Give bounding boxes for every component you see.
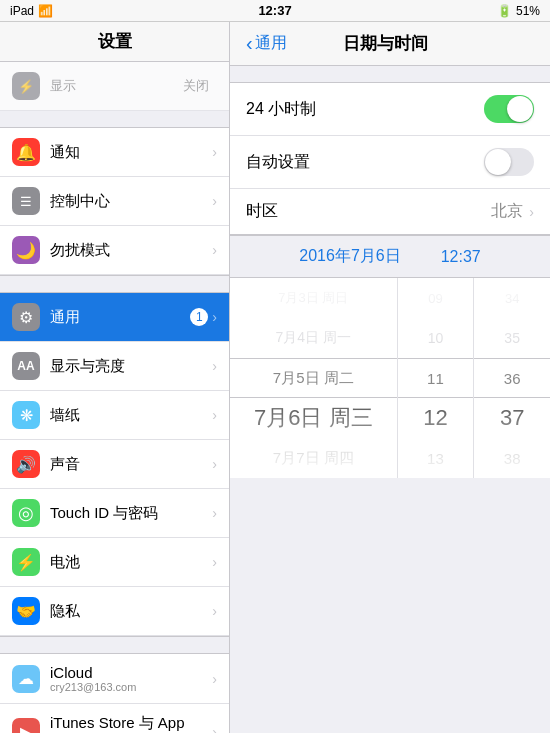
touchid-label: Touch ID 与密码 bbox=[50, 504, 212, 523]
wallpaper-label: 墙纸 bbox=[50, 406, 212, 425]
sidebar-section-1: 🔔 通知 › ☰ 控制中心 › 🌙 勿扰模式 › bbox=[0, 127, 229, 276]
privacy-icon: 🤝 bbox=[12, 597, 40, 625]
section-gap-2 bbox=[0, 276, 229, 292]
sidebar-item-itunes[interactable]: ▶ iTunes Store 与 App Store › bbox=[0, 704, 229, 733]
sidebar-item-privacy[interactable]: 🤝 隐私 › bbox=[0, 587, 229, 636]
itunes-label: iTunes Store 与 App Store bbox=[50, 714, 212, 733]
settings-group-main: 24 小时制 自动设置 时区 北京 › bbox=[230, 82, 550, 235]
toggle-24h[interactable] bbox=[484, 95, 534, 123]
row-auto[interactable]: 自动设置 bbox=[230, 136, 550, 189]
section-gap-3 bbox=[0, 637, 229, 653]
display-icon: AA bbox=[12, 352, 40, 380]
control-center-icon: ☰ bbox=[12, 187, 40, 215]
hour-item-1: 10 bbox=[398, 318, 474, 358]
status-right: 🔋 51% bbox=[497, 4, 540, 18]
battery-icon-sidebar: ⚡ bbox=[12, 548, 40, 576]
general-badge: 1 bbox=[190, 308, 208, 326]
sidebar-item-display[interactable]: AA 显示与亮度 › bbox=[0, 342, 229, 391]
battery-icon: 🔋 bbox=[497, 4, 512, 18]
date-item-2: 7月5日 周二 bbox=[230, 358, 397, 398]
sidebar-item-partial[interactable]: ⚡ 显示 关闭 bbox=[0, 62, 229, 111]
sidebar-item-battery[interactable]: ⚡ 电池 › bbox=[0, 538, 229, 587]
datetime-display: 2016年7月6日 12:37 bbox=[230, 235, 550, 278]
min-item-4: 38 bbox=[474, 438, 550, 478]
toggle-24h-knob bbox=[507, 96, 533, 122]
min-item-0: 34 bbox=[474, 278, 550, 318]
itunes-chevron: › bbox=[212, 724, 217, 733]
picker-minute-column[interactable]: 34 35 36 37 38 39 40 bbox=[474, 278, 550, 478]
sidebar-item-general[interactable]: ⚙ 通用 1 › bbox=[0, 293, 229, 342]
icloud-label: iCloud bbox=[50, 664, 212, 681]
date-item-1: 7月4日 周一 bbox=[230, 318, 397, 358]
sidebar-item-sounds[interactable]: 🔊 声音 › bbox=[0, 440, 229, 489]
back-label[interactable]: 通用 bbox=[255, 33, 287, 54]
sidebar-item-wallpaper[interactable]: ❋ 墙纸 › bbox=[0, 391, 229, 440]
dnd-chevron: › bbox=[212, 242, 217, 258]
hour-item-selected: 12 bbox=[398, 398, 474, 438]
display-label: 显示与亮度 bbox=[50, 357, 212, 376]
general-icon: ⚙ bbox=[12, 303, 40, 331]
notification-icon: 🔔 bbox=[12, 138, 40, 166]
hour-item-2: 11 bbox=[398, 358, 474, 398]
toggle-auto[interactable] bbox=[484, 148, 534, 176]
back-button[interactable]: ‹ 通用 bbox=[246, 32, 287, 55]
sidebar-item-notification[interactable]: 🔔 通知 › bbox=[0, 128, 229, 177]
sidebar-item-touchid[interactable]: ◎ Touch ID 与密码 › bbox=[0, 489, 229, 538]
dnd-icon: 🌙 bbox=[12, 236, 40, 264]
partial-icon: ⚡ bbox=[12, 72, 40, 100]
row-24h-label: 24 小时制 bbox=[246, 99, 484, 120]
battery-chevron: › bbox=[212, 554, 217, 570]
picker-container[interactable]: 7月3日 周日 7月4日 周一 7月5日 周二 7月6日 周三 7月7日 周四 … bbox=[230, 278, 550, 478]
row-24h[interactable]: 24 小时制 bbox=[230, 83, 550, 136]
touchid-chevron: › bbox=[212, 505, 217, 521]
wifi-icon: 📶 bbox=[38, 4, 53, 18]
section-gap-1 bbox=[0, 111, 229, 127]
status-left: iPad 📶 bbox=[10, 4, 53, 18]
control-center-label: 控制中心 bbox=[50, 192, 212, 211]
carrier-label: iPad bbox=[10, 4, 34, 18]
privacy-chevron: › bbox=[212, 603, 217, 619]
sidebar-item-icloud[interactable]: ☁ iCloud cry213@163.com › bbox=[0, 654, 229, 704]
row-timezone[interactable]: 时区 北京 › bbox=[230, 189, 550, 234]
row-timezone-label: 时区 bbox=[246, 201, 491, 222]
sounds-label: 声音 bbox=[50, 455, 212, 474]
min-item-1: 35 bbox=[474, 318, 550, 358]
partial-label: 显示 bbox=[50, 77, 183, 95]
notification-chevron: › bbox=[212, 144, 217, 160]
back-chevron: ‹ bbox=[246, 32, 253, 55]
timezone-chevron: › bbox=[529, 204, 534, 220]
panel-title: 日期与时间 bbox=[287, 32, 484, 55]
sidebar-title: 设置 bbox=[0, 22, 229, 62]
icloud-text-container: iCloud cry213@163.com bbox=[50, 664, 212, 693]
general-chevron: › bbox=[212, 309, 217, 325]
privacy-label: 隐私 bbox=[50, 602, 212, 621]
sidebar-item-dnd[interactable]: 🌙 勿扰模式 › bbox=[0, 226, 229, 275]
sounds-chevron: › bbox=[212, 456, 217, 472]
picker-hour-column[interactable]: 09 10 11 12 13 14 15 bbox=[398, 278, 474, 478]
panel-header: ‹ 通用 日期与时间 bbox=[230, 22, 550, 66]
icloud-chevron: › bbox=[212, 671, 217, 687]
status-time: 12:37 bbox=[258, 3, 291, 18]
datetime-date: 2016年7月6日 bbox=[299, 246, 400, 267]
icloud-sublabel: cry213@163.com bbox=[50, 681, 212, 693]
scroll-hint: 关闭 bbox=[183, 77, 217, 95]
sidebar-item-control-center[interactable]: ☰ 控制中心 › bbox=[0, 177, 229, 226]
date-item-4: 7月7日 周四 bbox=[230, 438, 397, 478]
main-layout: 设置 ⚡ 显示 关闭 🔔 通知 › ☰ 控制中心 › 🌙 勿扰模式 › bbox=[0, 22, 550, 733]
wallpaper-icon: ❋ bbox=[12, 401, 40, 429]
notification-label: 通知 bbox=[50, 143, 212, 162]
icloud-icon: ☁ bbox=[12, 665, 40, 693]
min-item-2: 36 bbox=[474, 358, 550, 398]
bottom-space bbox=[230, 478, 550, 733]
battery-label-sidebar: 电池 bbox=[50, 553, 212, 572]
row-timezone-value: 北京 bbox=[491, 201, 523, 222]
battery-label: 51% bbox=[516, 4, 540, 18]
right-panel: ‹ 通用 日期与时间 24 小时制 自动设置 bbox=[230, 22, 550, 733]
sidebar: 设置 ⚡ 显示 关闭 🔔 通知 › ☰ 控制中心 › 🌙 勿扰模式 › bbox=[0, 22, 230, 733]
toggle-auto-knob bbox=[485, 149, 511, 175]
date-item-0: 7月3日 周日 bbox=[230, 278, 397, 318]
control-center-chevron: › bbox=[212, 193, 217, 209]
min-item-selected: 37 bbox=[474, 398, 550, 438]
picker-date-column[interactable]: 7月3日 周日 7月4日 周一 7月5日 周二 7月6日 周三 7月7日 周四 … bbox=[230, 278, 397, 478]
itunes-icon: ▶ bbox=[12, 718, 40, 733]
